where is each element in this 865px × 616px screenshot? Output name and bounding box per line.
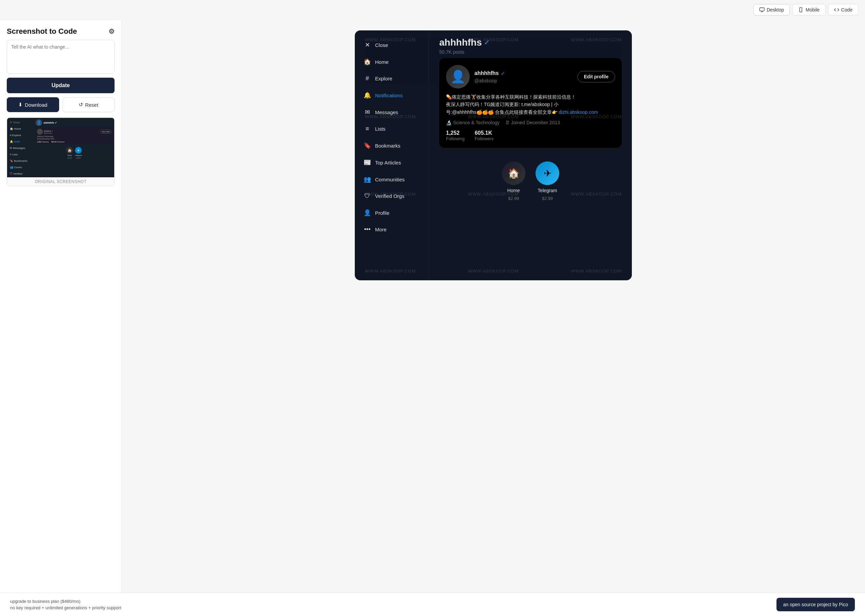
notifications-icon: 🔔 <box>363 91 371 99</box>
app-home-name: Home <box>507 188 520 193</box>
home-icon: 🏠 <box>363 58 371 66</box>
pico-badge: an open source project by Pico <box>777 598 855 611</box>
reset-icon: ↺ <box>79 102 83 108</box>
right-content: WWW.ABSKOOP.COM WWW.ABSKOOP.COM WWW.ABSK… <box>122 20 865 616</box>
card-handle: @abskoop <box>474 78 573 83</box>
bio-website-link[interactable]: dizhi.abskoop.com <box>559 109 598 115</box>
bottom-bar: upgrade to business plan ($480/mo) no ke… <box>0 593 865 616</box>
screenshot-container: ✕ Close 🏠 Home # Explore 🔔 Notif. ✉ Mess… <box>7 118 115 186</box>
nav-verified-orgs[interactable]: 🛡 Verified Orgs <box>358 189 425 204</box>
nav-communities[interactable]: 👥 Communities <box>358 171 425 187</box>
following-stat[interactable]: 1,252 Following <box>446 130 465 141</box>
nav-notifications[interactable]: 🔔 Notifications <box>358 88 425 103</box>
twitter-sidebar: ✕ Close 🏠 Home # Explore 🔔 Notifications <box>355 30 429 280</box>
app-telegram-icon[interactable]: ✈ <box>536 162 559 185</box>
card-verified-badge: ✓ <box>501 70 505 77</box>
profile-bio: 💊痛定思痛🏋收集分享各种互联网科技！探索科技前沿信息！ 夜深人静写代码！TG频道… <box>446 93 615 116</box>
mini-sidebar: ✕ Close 🏠 Home # Explore 🔔 Notif. ✉ Mess… <box>7 118 34 177</box>
no-key-text: no key required + unlimited generations … <box>10 605 121 611</box>
lists-icon: ≡ <box>363 125 371 132</box>
mini-twitter-preview: ✕ Close 🏠 Home # Explore 🔔 Notif. ✉ Mess… <box>7 118 114 177</box>
profile-card-top: 👤 ahhhhfhs ✓ @abskoop Edit profile <box>446 65 615 88</box>
profile-stats: 1,252 Following 605.1K Followers <box>446 130 615 141</box>
pinned-app-telegram: ✈ Telegram $2.99 <box>536 162 559 201</box>
twitter-inner: ✕ Close 🏠 Home # Explore 🔔 Notifications <box>355 30 632 280</box>
followers-label: Followers <box>475 136 494 141</box>
meta-category: 🔬 Science & Technology <box>446 120 500 125</box>
nav-explore[interactable]: # Explore <box>358 71 425 86</box>
pinned-apps: 🏠 Home $2.99 ✈ Telegram $2.99 <box>429 155 632 208</box>
reset-button[interactable]: ↺ Reset <box>63 97 115 112</box>
bottom-left-info: upgrade to business plan ($480/mo) no ke… <box>10 598 121 611</box>
edit-profile-button[interactable]: Edit profile <box>577 71 615 82</box>
profile-header: ahhhhfhs ✓ 50.7K posts <box>429 30 632 58</box>
screenshot-preview: ✕ Close 🏠 Home # Explore 🔔 Notif. ✉ Mess… <box>7 118 114 177</box>
app-title: Screenshot to Code ⚙ <box>7 27 115 36</box>
desktop-view-btn[interactable]: Desktop <box>753 4 790 16</box>
profile-header-info: ahhhhfhs ✓ 50.7K posts <box>439 37 622 55</box>
prompt-input[interactable] <box>7 40 115 74</box>
twitter-container: WWW.ABSKOOP.COM WWW.ABSKOOP.COM WWW.ABSK… <box>355 30 632 280</box>
upgrade-text: upgrade to business plan ($480/mo) <box>10 598 121 605</box>
mini-main: 👤 ahhhhfs ✓ ahhhhfs ✓ @abskoop Edit prof… <box>34 118 114 177</box>
pinned-app-home: 🏠 Home $2.99 <box>502 162 525 201</box>
svg-rect-0 <box>760 8 764 11</box>
nav-more[interactable]: ••• More <box>358 222 425 237</box>
action-buttons: ⬇ Download ↺ Reset <box>7 97 115 112</box>
app-home-icon[interactable]: 🏠 <box>502 162 525 185</box>
update-button[interactable]: Update <box>7 78 115 93</box>
verified-icon: 🛡 <box>363 193 371 200</box>
nav-bookmarks[interactable]: 🔖 Bookmarks <box>358 138 425 153</box>
app-telegram-price: $2.99 <box>542 196 553 201</box>
left-panel: Screenshot to Code ⚙ Update ⬇ Download ↺… <box>0 20 122 616</box>
twitter-main: ahhhhfhs ✓ 50.7K posts 👤 <box>429 30 632 280</box>
nav-profile[interactable]: 👤 Profile <box>358 205 425 220</box>
download-button[interactable]: ⬇ Download <box>7 97 59 112</box>
articles-icon: 📰 <box>363 159 371 166</box>
following-count: 1,252 <box>446 130 465 136</box>
app-telegram-name: Telegram <box>538 188 557 193</box>
followers-count: 605.1K <box>475 130 494 136</box>
mobile-view-btn[interactable]: Mobile <box>793 4 825 16</box>
messages-icon: ✉ <box>363 108 371 116</box>
nav-close[interactable]: ✕ Close <box>358 37 425 53</box>
code-view-btn[interactable]: Code <box>828 4 858 16</box>
app-home-price: $2.99 <box>508 196 519 201</box>
meta-joined: 🗓 Joined December 2013 <box>505 120 560 125</box>
profile-meta: 🔬 Science & Technology 🗓 Joined December… <box>446 120 615 125</box>
calendar-icon: 🗓 <box>505 120 510 125</box>
posts-count: 50.7K posts <box>439 49 622 55</box>
settings-icon[interactable]: ⚙ <box>109 27 115 35</box>
card-username: ahhhhfhs <box>474 70 499 76</box>
top-bar: Desktop Mobile Code <box>0 0 865 20</box>
explore-icon: # <box>363 75 371 82</box>
followers-stat[interactable]: 605.1K Followers <box>475 130 494 141</box>
close-icon: ✕ <box>363 41 371 49</box>
nav-messages[interactable]: ✉ Messages <box>358 104 425 120</box>
nav-top-articles[interactable]: 📰 Top Articles <box>358 155 425 170</box>
following-label: Following <box>446 136 465 141</box>
screenshot-label: ORIGINAL SCREENSHOT <box>7 177 114 186</box>
card-username-row: ahhhhfhs ✓ <box>474 70 573 77</box>
avatar: 👤 <box>446 65 470 88</box>
username-row: ahhhhfhs ✓ <box>439 37 622 48</box>
svg-rect-3 <box>800 8 802 12</box>
profile-card: 👤 ahhhhfhs ✓ @abskoop Edit profile <box>439 58 622 148</box>
verified-badge: ✓ <box>484 38 490 47</box>
profile-card-info: ahhhhfhs ✓ @abskoop <box>474 70 573 83</box>
profile-username: ahhhhfhs <box>439 37 482 48</box>
download-icon: ⬇ <box>18 102 23 108</box>
main-layout: Screenshot to Code ⚙ Update ⬇ Download ↺… <box>0 20 865 616</box>
flask-icon: 🔬 <box>446 120 452 125</box>
profile-icon: 👤 <box>363 209 371 217</box>
more-icon: ••• <box>363 226 371 233</box>
bookmarks-icon: 🔖 <box>363 142 371 149</box>
communities-icon: 👥 <box>363 176 371 183</box>
nav-lists[interactable]: ≡ Lists <box>358 121 425 137</box>
nav-home[interactable]: 🏠 Home <box>358 54 425 69</box>
